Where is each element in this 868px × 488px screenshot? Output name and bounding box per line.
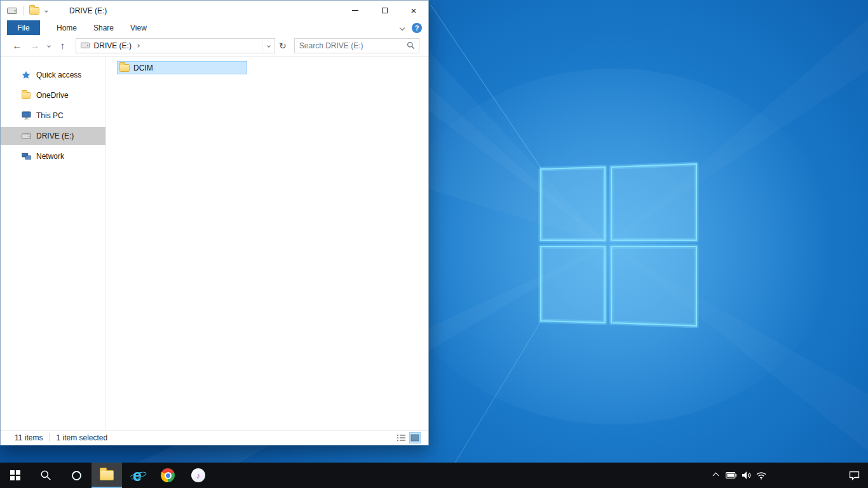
details-view-icon [397,434,406,442]
windows-logo-icon [10,470,20,480]
sidebar-item-label: Network [36,152,64,161]
system-tray [708,463,868,488]
search-icon[interactable] [407,41,415,50]
taskbar-search-button[interactable] [31,463,61,488]
items-count: 11 items [15,433,43,442]
taskbar-itunes-button[interactable]: ♪ [183,463,214,488]
window-title: DRIVE (E:) [69,6,107,15]
status-bar: 11 items 1 item selected [1,430,428,445]
chrome-icon [161,468,175,482]
internet-explorer-icon: e [133,468,142,484]
navigation-pane: Quick access OneDrive This PC DRIVE [1,57,106,430]
address-dropdown-button[interactable] [262,39,275,53]
taskbar-chrome-button[interactable] [153,463,183,488]
tab-file[interactable]: File [7,20,40,35]
file-explorer-window: DRIVE (E:) × File Home Share View ? ← → [0,0,429,445]
maximize-icon [382,8,388,13]
expand-ribbon-icon[interactable] [400,25,405,30]
speaker-icon [742,471,751,480]
details-view-button[interactable] [395,432,407,444]
onedrive-icon [21,92,31,99]
cortana-button[interactable] [61,463,92,488]
separator [49,433,50,442]
itunes-icon: ♪ [191,468,205,482]
refresh-button[interactable]: ↻ [279,41,287,50]
file-explorer-icon [100,470,114,480]
action-center-button[interactable] [840,463,868,488]
maximize-button[interactable] [370,1,399,20]
minimize-icon [352,10,358,11]
forward-button[interactable]: → [30,41,40,50]
taskbar-file-explorer-button[interactable] [92,463,122,488]
battery-button[interactable] [723,463,738,488]
navigation-bar: ← → ↑ DRIVE (E:) ↻ [1,35,428,57]
address-drive-icon [81,43,90,48]
thumbnails-view-button[interactable] [409,432,421,444]
start-button[interactable] [0,463,31,488]
window-drive-icon [7,8,17,14]
sidebar-item-this-pc[interactable]: This PC [1,107,105,125]
taskbar: e ♪ [0,463,868,488]
titlebar[interactable]: DRIVE (E:) × [1,1,428,20]
breadcrumb-location[interactable]: DRIVE (E:) [94,41,132,50]
address-bar[interactable]: DRIVE (E:) [76,38,276,53]
recent-locations-icon[interactable] [47,44,51,48]
up-button[interactable]: ↑ [58,41,68,50]
network-icon [21,152,31,160]
windows-logo [541,164,696,326]
star-icon [21,71,31,79]
selection-count: 1 item selected [56,433,107,442]
back-button[interactable]: ← [12,41,22,50]
search-icon [40,470,51,481]
close-button[interactable]: × [399,1,428,20]
sidebar-item-label: This PC [36,111,64,120]
sidebar-item-network[interactable]: Network [1,147,105,165]
quick-access-toolbar-folder-icon[interactable] [29,7,39,15]
tray-spacer [769,463,840,488]
separator [23,6,24,15]
qat-dropdown-icon[interactable] [44,9,48,13]
chevron-up-icon [712,472,719,478]
wifi-icon [756,471,766,480]
help-icon[interactable]: ? [412,23,422,33]
folder-item-dcim[interactable]: DCIM [117,61,247,74]
search-input[interactable] [299,41,407,50]
tab-view[interactable]: View [130,24,147,32]
sidebar-item-quick-access[interactable]: Quick access [1,66,105,84]
chevron-down-icon [267,44,271,48]
sidebar-item-label: DRIVE (E:) [36,132,74,140]
tab-home[interactable]: Home [57,24,77,32]
sidebar-item-label: Quick access [36,71,81,79]
volume-button[interactable] [738,463,754,488]
ribbon-tab-bar: File Home Share View ? [1,20,428,35]
breadcrumb-chevron-icon[interactable] [136,44,140,48]
window-body: Quick access OneDrive This PC DRIVE [1,57,428,430]
desktop: DRIVE (E:) × File Home Share View ? ← → [0,0,868,488]
sidebar-item-label: OneDrive [36,91,69,100]
action-center-icon [849,471,860,480]
battery-icon [726,472,736,478]
cortana-icon [72,471,81,480]
sidebar-item-drive-e[interactable]: DRIVE (E:) [1,127,105,145]
tab-share[interactable]: Share [93,24,114,32]
drive-icon [21,133,31,139]
search-box[interactable] [294,38,419,53]
folder-item-label: DCIM [133,64,153,72]
network-button[interactable] [754,463,769,488]
thumbnails-view-icon [410,434,419,442]
hidden-icons-button[interactable] [708,463,723,488]
content-pane[interactable]: DCIM [106,57,428,430]
taskbar-internet-explorer-button[interactable]: e [122,463,153,488]
computer-icon [21,111,31,120]
minimize-button[interactable] [341,1,370,20]
folder-icon [119,64,130,72]
sidebar-item-onedrive[interactable]: OneDrive [1,86,105,104]
close-icon: × [411,5,417,16]
window-controls: × [341,1,428,20]
